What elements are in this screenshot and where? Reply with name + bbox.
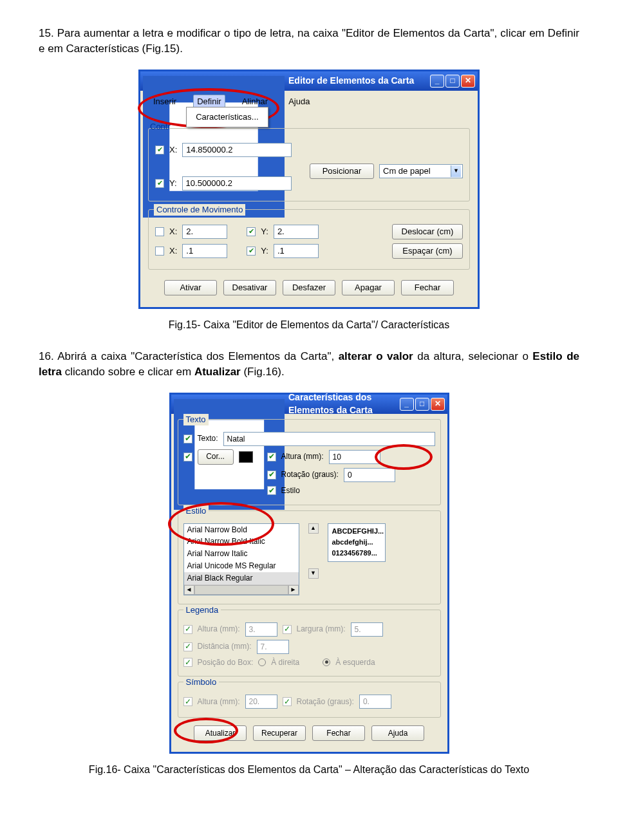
label-leg-dist: Distância (mm): [198,641,252,652]
titlebar: Editor de Elementos da Carta _ □ ✕ [140,71,478,91]
caption-fig16: Fig.16- Caixa "Características dos Eleme… [39,763,579,777]
button-espacar[interactable]: Espaçar (cm) [392,243,463,259]
button-atualizar[interactable]: Atualizar [194,725,247,741]
input-sim-rot [359,695,391,709]
button-desativar[interactable]: Desativar [223,280,276,295]
group-controle-movimento: Controle de Movimento [154,204,245,216]
input-rotacao[interactable] [344,468,395,482]
input-altura[interactable] [329,450,380,464]
label-contr: Contr [147,121,173,133]
button-posicionar[interactable]: Posicionar [310,163,374,179]
checkbox-leg-largura: ✓ [283,625,292,634]
button-desfazer[interactable]: Desfazer [283,280,335,295]
button-deslocar[interactable]: Deslocar (cm) [392,224,463,239]
button-cor[interactable]: Cor... [198,449,234,465]
maximize-button[interactable]: □ [445,75,460,88]
close-button[interactable]: ✕ [431,398,445,411]
input-sim-alt [245,695,277,709]
font-item[interactable]: Arial Unicode MS Regular [184,560,299,572]
label-estilo: Estilo [281,485,300,496]
window-editor-elementos: Editor de Elementos da Carta _ □ ✕ Inser… [138,70,480,309]
checkbox-altura[interactable]: ✔ [267,453,276,462]
maximize-button[interactable]: □ [415,398,429,411]
menu-item-caracteristicas[interactable]: Características... [187,109,268,126]
label-mov-y1: Y: [261,226,268,238]
preview-lower: abcdefghij... [332,537,381,547]
group-legenda: Legenda [183,604,221,616]
menu-definir-label: Definir [197,97,221,106]
p16-a: 16. Abrirá a caixa "Característica dos E… [39,350,339,362]
checkbox-rotacao[interactable]: ✔ [267,471,276,480]
button-fechar[interactable]: Fechar [401,280,454,295]
label-y: Y: [169,178,177,189]
checkbox-mov-x1[interactable] [155,227,164,236]
input-mov-y2[interactable] [274,244,319,258]
button-fechar-2[interactable]: Fechar [312,725,365,741]
app-icon [143,76,285,86]
color-swatch[interactable] [239,451,253,463]
window-title: Editor de Elementos da Carta [288,75,430,88]
label-mov-y2: Y: [261,245,268,257]
input-leg-dist [257,640,289,654]
window-title-2: Características dos Elementos da Carta [288,391,400,416]
preview-digits: 0123456789... [332,548,381,558]
minimize-button[interactable]: _ [430,75,444,88]
group-estilo: Estilo [183,505,209,517]
button-ativar[interactable]: Ativar [164,280,217,295]
input-mov-y1[interactable] [274,225,319,239]
checkbox-sim-alt: ✓ [183,697,192,706]
checkbox-mov-x2[interactable] [155,247,164,256]
label-mov-x1: X: [169,226,177,238]
checkbox-posbox: ✓ [183,658,192,667]
label-mov-x2: X: [169,245,177,257]
checkbox-texto[interactable]: ✔ [183,434,192,443]
checkbox-mov-y1[interactable]: ✔ [247,227,256,236]
label-sim-rot: Rotação (graus): [297,696,354,707]
menu-definir[interactable]: Definir Características... [193,95,225,109]
input-leg-altura [245,622,277,637]
menu-inserir[interactable]: Inserir [149,95,180,109]
input-texto[interactable] [223,432,435,446]
checkbox-leg-dist: ✓ [183,642,192,651]
checkbox-cor[interactable]: ✔ [183,453,192,462]
button-ajuda-2[interactable]: Ajuda [371,725,424,741]
paragraph-15: 15. Para aumentar a letra e modificar o … [39,26,579,57]
label-altura: Altura (mm): [281,451,324,462]
button-recuperar[interactable]: Recuperar [253,725,306,741]
paragraph-16: 16. Abrirá a caixa "Característica dos E… [39,349,579,380]
preview-upper: ABCDEFGHIJ... [332,527,381,536]
font-item[interactable]: Arial Black Regular [184,572,299,584]
checkbox-estilo[interactable]: ✔ [267,486,276,495]
scroll-up-icon[interactable]: ▲ [308,523,319,534]
font-listbox[interactable]: Arial Narrow Bold Arial Narrow Bold Ital… [183,523,299,595]
input-x[interactable] [182,143,292,157]
font-item[interactable]: Arial Narrow Bold [184,524,299,536]
app-icon [174,399,285,409]
minimize-button[interactable]: _ [400,398,414,411]
titlebar-2: Características dos Elementos da Carta _… [171,395,447,414]
close-button[interactable]: ✕ [461,75,475,88]
checkbox-x[interactable]: ✔ [155,145,164,154]
p16-b: alterar o valor [339,350,413,362]
input-mov-x2[interactable] [182,244,227,258]
font-item[interactable]: Arial Narrow Italic [184,548,299,560]
scroll-down-icon[interactable]: ▼ [308,568,319,579]
checkbox-mov-y2[interactable]: ✔ [247,247,256,256]
p16-e: clicando sobre e clicar em [62,366,194,378]
scrollbar-horizontal[interactable]: ◄ ► [184,584,299,595]
scroll-left-icon[interactable]: ◄ [184,585,194,595]
select-unit[interactable]: Cm de papel▼ [379,164,463,178]
button-apagar[interactable]: Apagar [342,280,395,295]
scroll-right-icon[interactable]: ► [288,585,299,595]
font-preview: ABCDEFGHIJ... abcdefghij... 0123456789..… [328,523,386,562]
p16-g: (Fig.16). [241,366,285,378]
checkbox-y[interactable]: ✔ [155,179,164,188]
group-simbolo: Símbolo [183,677,220,688]
input-mov-x1[interactable] [182,225,227,239]
checkbox-leg-altura: ✓ [183,625,192,634]
menu-ajuda[interactable]: Ajuda [285,95,314,109]
font-item[interactable]: Arial Narrow Bold Italic [184,536,299,548]
scroll-track[interactable] [194,585,288,595]
chevron-down-icon: ▼ [451,165,461,177]
label-x: X: [169,144,177,156]
